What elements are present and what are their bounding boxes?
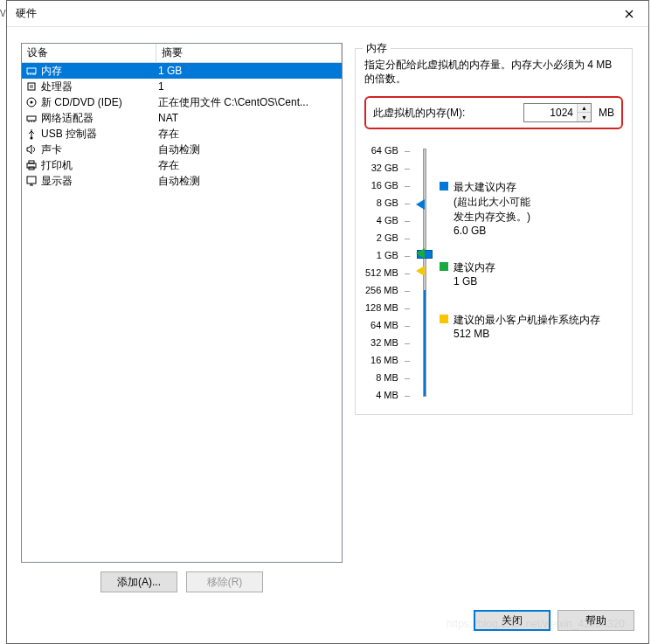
device-summary: 正在使用文件 C:\CentOS\Cent... <box>156 95 342 110</box>
titlebar: 硬件 <box>7 1 648 27</box>
tick-label: 128 MB – <box>364 299 410 316</box>
device-name: 新 CD/DVD (IDE) <box>41 95 122 110</box>
info-rec: 建议内存 1 GB <box>440 260 495 287</box>
info-min: 建议的最小客户机操作系统内存 512 MB <box>440 313 600 340</box>
device-row[interactable]: 网络适配器NAT <box>22 110 342 126</box>
tick-label: 32 MB – <box>364 334 410 351</box>
tick-label: 8 MB – <box>364 369 410 386</box>
slider-info: 最大建议内存 (超出此大小可能 发生内存交换。) 6.0 GB 建议内存 1 G… <box>440 142 623 404</box>
memory-slider-area: 64 GB –32 GB –16 GB –8 GB –4 GB –2 GB –1… <box>364 142 623 404</box>
marker-max-icon <box>416 199 425 210</box>
svg-rect-2 <box>30 85 33 88</box>
usb-icon <box>25 128 38 140</box>
display-icon <box>25 175 38 187</box>
cpu-icon <box>25 80 38 93</box>
device-row[interactable]: 声卡自动检测 <box>22 142 342 157</box>
device-name: 声卡 <box>41 142 62 157</box>
tick-label: 512 MB – <box>364 264 410 281</box>
tick-label: 16 MB – <box>364 351 410 369</box>
tick-label: 2 GB – <box>364 229 410 246</box>
device-name: 打印机 <box>41 158 73 173</box>
memory-icon <box>25 65 38 77</box>
svg-point-6 <box>31 137 33 140</box>
marker-min-icon <box>416 266 425 276</box>
svg-rect-10 <box>27 177 36 184</box>
info-rec-value: 1 GB <box>454 275 495 287</box>
device-name: 处理器 <box>41 80 73 94</box>
info-rec-title: 建议内存 <box>454 260 495 275</box>
device-row[interactable]: 打印机存在 <box>22 157 342 173</box>
header-summary[interactable]: 摘要 <box>156 44 342 62</box>
memory-unit: MB <box>599 107 614 119</box>
memory-label: 此虚拟机的内存(M): <box>373 106 516 121</box>
slider-fill <box>424 290 426 396</box>
close-icon <box>625 10 634 18</box>
tick-label: 256 MB – <box>364 281 410 299</box>
svg-rect-5 <box>27 116 36 121</box>
remove-button[interactable]: 移除(R) <box>186 571 263 592</box>
memory-group: 内存 指定分配给此虚拟机的内存量。内存大小必须为 4 MB 的倍数。 此虚拟机的… <box>355 48 633 415</box>
info-max-value: 6.0 GB <box>454 225 530 237</box>
svg-rect-8 <box>29 161 34 163</box>
device-summary: NAT <box>156 112 342 124</box>
close-button[interactable] <box>610 1 648 26</box>
sound-icon <box>25 143 38 156</box>
device-summary: 自动检测 <box>156 142 342 157</box>
device-summary: 1 GB <box>156 65 342 77</box>
memory-input-row: 此虚拟机的内存(M): ▲ ▼ MB <box>364 96 623 129</box>
device-name: USB 控制器 <box>41 127 97 142</box>
memory-spinner[interactable]: ▲ ▼ <box>523 103 592 122</box>
device-row[interactable]: 内存1 GB <box>22 63 342 79</box>
square-yellow-icon <box>440 315 448 323</box>
spin-up-button[interactable]: ▲ <box>578 104 591 113</box>
tick-label: 8 GB – <box>364 194 410 211</box>
memory-input[interactable] <box>524 107 577 119</box>
add-button[interactable]: 添加(A)... <box>100 571 177 592</box>
info-max: 最大建议内存 (超出此大小可能 发生内存交换。) 6.0 GB <box>440 180 530 237</box>
dialog-title: 硬件 <box>16 6 37 21</box>
info-max-sub2: 发生内存交换。) <box>454 210 530 225</box>
info-min-value: 512 MB <box>454 328 600 340</box>
device-summary: 存在 <box>156 127 342 142</box>
device-row[interactable]: USB 控制器存在 <box>22 126 342 142</box>
tick-label: 4 MB – <box>364 386 410 404</box>
device-summary: 1 <box>156 80 342 93</box>
watermark: https://blog.csdn.net/weixin_42824320 <box>447 618 625 630</box>
spin-down-button[interactable]: ▼ <box>578 113 591 121</box>
svg-rect-0 <box>27 68 36 73</box>
slider-ticks: 64 GB –32 GB –16 GB –8 GB –4 GB –2 GB –1… <box>364 142 410 404</box>
device-name: 显示器 <box>41 174 73 189</box>
device-summary: 存在 <box>156 158 342 173</box>
device-name: 网络适配器 <box>41 111 93 126</box>
device-row[interactable]: 显示器自动检测 <box>22 173 342 189</box>
device-name: 内存 <box>41 64 62 79</box>
device-list: 设备 摘要 内存1 GB处理器1新 CD/DVD (IDE)正在使用文件 C:\… <box>21 43 343 563</box>
edge-char: V <box>0 9 6 18</box>
info-min-title: 建议的最小客户机操作系统内存 <box>454 313 600 328</box>
slider-track-col[interactable] <box>415 142 434 404</box>
tick-label: 4 GB – <box>364 211 410 229</box>
tick-label: 1 GB – <box>364 246 410 264</box>
device-list-header: 设备 摘要 <box>22 44 342 63</box>
tick-label: 64 MB – <box>364 316 410 334</box>
square-green-icon <box>440 262 448 271</box>
memory-desc: 指定分配给此虚拟机的内存量。内存大小必须为 4 MB 的倍数。 <box>364 58 623 86</box>
info-max-sub1: (超出此大小可能 <box>454 195 530 210</box>
header-device[interactable]: 设备 <box>22 44 156 62</box>
device-summary: 自动检测 <box>156 174 342 189</box>
tick-label: 16 GB – <box>364 177 410 194</box>
info-max-title: 最大建议内存 <box>454 180 530 195</box>
square-blue-icon <box>440 182 448 190</box>
printer-icon <box>25 159 38 171</box>
disc-icon <box>25 96 38 108</box>
tick-label: 32 GB – <box>364 159 410 177</box>
nic-icon <box>25 112 38 124</box>
hardware-dialog: 硬件 设备 摘要 内存1 GB处理器1新 CD/DVD (IDE)正在使用文件 … <box>6 0 649 644</box>
memory-group-title: 内存 <box>363 41 391 56</box>
device-row[interactable]: 新 CD/DVD (IDE)正在使用文件 C:\CentOS\Cent... <box>22 94 342 110</box>
tick-label: 64 GB – <box>364 142 410 159</box>
device-row[interactable]: 处理器1 <box>22 79 342 94</box>
svg-point-4 <box>31 101 33 104</box>
marker-rec-icon <box>416 248 425 259</box>
